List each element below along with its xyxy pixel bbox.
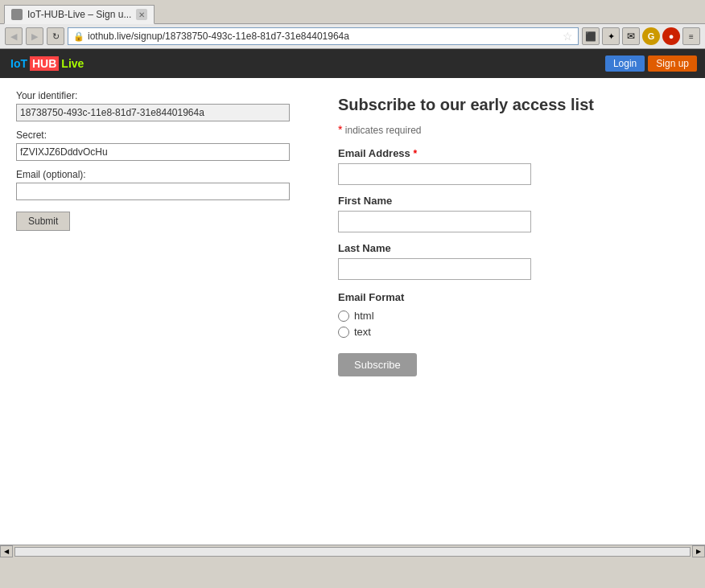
scroll-right-arrow[interactable]: ▶ <box>692 545 705 557</box>
html-format-option[interactable]: html <box>338 310 673 322</box>
star-icon[interactable]: ☆ <box>563 30 573 43</box>
text-option-label: text <box>354 326 371 338</box>
email-optional-input[interactable] <box>16 183 290 200</box>
signup-form-section: Your identifier: Secret: Email (optional… <box>16 86 306 537</box>
secret-input[interactable] <box>16 143 290 161</box>
lock-icon: 🔒 <box>73 31 85 42</box>
subscribe-last-name-input[interactable] <box>338 258 531 280</box>
tab-favicon <box>11 9 23 20</box>
back-button[interactable]: ◀ <box>5 27 23 45</box>
nav-bar: ◀ ▶ ↻ 🔒 iothub.live/signup/18738750-493c… <box>0 23 705 48</box>
subscribe-button[interactable]: Subscribe <box>338 353 417 376</box>
required-note: * indicates required <box>338 123 673 136</box>
reload-button[interactable]: ↻ <box>47 27 64 45</box>
header-buttons: Login Sign up <box>605 56 697 72</box>
logo-iot: IoT <box>8 56 30 71</box>
user-avatar[interactable]: G <box>642 27 660 45</box>
mail-icon[interactable]: ✉ <box>622 27 640 45</box>
submit-button[interactable]: Submit <box>16 212 70 231</box>
subscribe-email-input[interactable] <box>338 163 531 185</box>
email-address-label: Email Address * <box>338 147 673 159</box>
page-content: Your identifier: Secret: Email (optional… <box>0 78 705 545</box>
text-radio[interactable] <box>338 327 349 338</box>
forward-button[interactable]: ▶ <box>26 27 43 45</box>
nav-icons: ⬛ ✦ ✉ G ● ≡ <box>582 27 700 45</box>
email-format-label: Email Format <box>338 291 673 303</box>
identifier-label: Your identifier: <box>16 90 306 101</box>
app-logo: IoT HUB Live <box>8 56 86 71</box>
email-optional-label: Email (optional): <box>16 169 306 180</box>
tab-title: IoT-HUB-Live – Sign u... <box>27 9 131 20</box>
subscribe-section: Subscribe to our early access list * ind… <box>322 86 689 537</box>
scrollbar-track[interactable] <box>14 547 691 557</box>
address-bar[interactable]: 🔒 iothub.live/signup/18738750-493c-11e8-… <box>68 27 579 45</box>
email-required-star: * <box>413 148 417 159</box>
app-header: IoT HUB Live Login Sign up <box>0 49 705 78</box>
logo-live: Live <box>59 56 86 71</box>
html-option-label: html <box>354 310 374 322</box>
login-button[interactable]: Login <box>605 56 645 72</box>
tab-close-button[interactable]: ✕ <box>136 9 147 20</box>
subscribe-title: Subscribe to our early access list <box>338 94 673 115</box>
browser-tab[interactable]: IoT-HUB-Live – Sign u... ✕ <box>4 5 155 24</box>
identifier-input[interactable] <box>16 104 290 121</box>
browser-chrome: IoT-HUB-Live – Sign u... ✕ ◀ ▶ ↻ 🔒 iothu… <box>0 0 705 49</box>
signup-button[interactable]: Sign up <box>648 56 697 72</box>
text-format-option[interactable]: text <box>338 326 673 338</box>
user-icon-red[interactable]: ● <box>662 27 680 45</box>
secret-label: Secret: <box>16 130 306 141</box>
dropbox-icon[interactable]: ✦ <box>602 27 620 45</box>
last-name-label: Last Name <box>338 242 673 254</box>
bottom-scrollbar: ◀ ▶ <box>0 545 705 557</box>
tab-bar: IoT-HUB-Live – Sign u... ✕ <box>0 0 705 23</box>
url-text: iothub.live/signup/18738750-493c-11e8-81… <box>88 31 559 42</box>
menu-button[interactable]: ≡ <box>682 27 700 45</box>
extensions-button[interactable]: ⬛ <box>582 27 600 45</box>
subscribe-first-name-input[interactable] <box>338 211 531 232</box>
html-radio[interactable] <box>338 310 349 322</box>
scroll-left-arrow[interactable]: ◀ <box>0 545 13 557</box>
required-star: * <box>338 123 342 136</box>
first-name-label: First Name <box>338 195 673 207</box>
logo-hub: HUB <box>30 56 59 71</box>
